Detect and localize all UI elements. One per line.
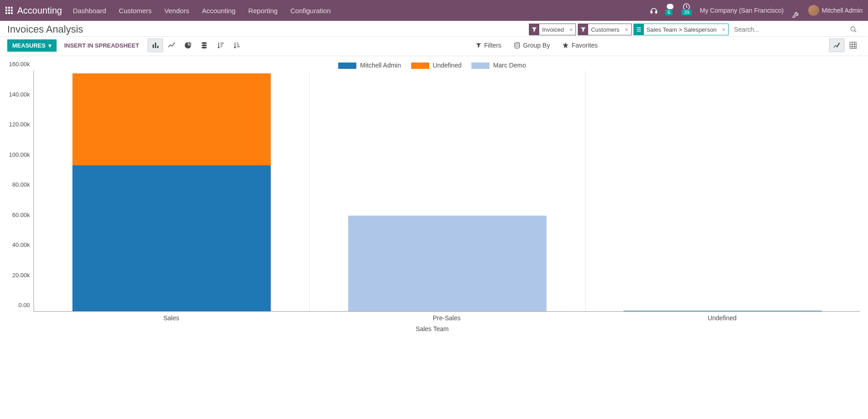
svg-rect-13 xyxy=(637,29,641,30)
measures-button[interactable]: MEASURES ▾ xyxy=(7,39,57,52)
bar-segment[interactable] xyxy=(348,216,547,311)
svg-point-21 xyxy=(201,47,207,48)
group-icon xyxy=(634,24,644,35)
groupby-dropdown[interactable]: Group By xyxy=(514,42,550,49)
svg-point-20 xyxy=(201,44,207,46)
svg-rect-8 xyxy=(11,12,13,14)
x-axis-title: Sales Team xyxy=(5,325,860,332)
graph-view-icon[interactable] xyxy=(829,39,844,52)
svg-rect-1 xyxy=(8,7,10,9)
filters-dropdown[interactable]: Filters xyxy=(476,42,501,49)
legend-item[interactable]: Undefined xyxy=(411,62,462,69)
bar-segment[interactable] xyxy=(623,311,822,312)
page-title: Invoices Analysis xyxy=(7,24,529,35)
x-tick-label: Sales xyxy=(163,314,179,322)
filter-icon xyxy=(529,24,539,35)
svg-rect-16 xyxy=(153,44,154,48)
close-icon[interactable]: × xyxy=(622,26,631,33)
chart-plot: 0.0020.00k40.00k60.00k80.00k100.00k120.0… xyxy=(34,71,860,324)
svg-rect-2 xyxy=(11,7,13,9)
menu-vendors[interactable]: Vendors xyxy=(164,7,189,14)
svg-rect-4 xyxy=(8,10,10,11)
avatar xyxy=(808,5,819,16)
app-brand[interactable]: Accounting xyxy=(17,5,62,16)
menu-configuration[interactable]: Configuration xyxy=(290,7,331,14)
chart-container: Mitchell Admin Undefined Marc Demo 0.002… xyxy=(0,56,868,335)
x-axis: SalesPre-SalesUndefined xyxy=(34,313,860,324)
support-icon[interactable] xyxy=(650,6,658,14)
company-switcher[interactable]: My Company (San Francisco) xyxy=(700,7,784,14)
facet-customers[interactable]: Customers × xyxy=(578,24,631,35)
search-icon[interactable] xyxy=(850,26,861,33)
chart-type-group xyxy=(148,39,245,52)
sort-asc-icon[interactable] xyxy=(229,39,245,52)
y-axis: 0.0020.00k40.00k60.00k80.00k100.00k120.0… xyxy=(5,71,34,312)
svg-rect-17 xyxy=(155,43,156,48)
search-bar: Invoiced × Customers × Sales Team > Sale… xyxy=(529,24,861,35)
pie-chart-icon[interactable] xyxy=(180,39,196,52)
line-chart-icon[interactable] xyxy=(164,39,179,52)
svg-rect-12 xyxy=(637,28,641,29)
sort-desc-icon[interactable] xyxy=(213,39,228,52)
close-icon[interactable]: × xyxy=(567,26,576,33)
menu-customers[interactable]: Customers xyxy=(119,7,152,14)
menu-accounting[interactable]: Accounting xyxy=(202,7,235,14)
debug-icon[interactable] xyxy=(792,2,800,19)
legend-item[interactable]: Mitchell Admin xyxy=(338,62,401,69)
activities-icon[interactable]: 39 xyxy=(682,3,691,18)
legend-swatch xyxy=(338,63,356,69)
messages-icon[interactable]: 6 xyxy=(666,3,674,18)
svg-point-22 xyxy=(515,43,520,44)
svg-point-15 xyxy=(851,27,855,31)
user-name: Mitchell Admin xyxy=(822,7,863,14)
svg-rect-5 xyxy=(11,10,13,11)
activities-badge: 39 xyxy=(681,9,691,15)
caret-down-icon: ▾ xyxy=(48,42,52,49)
menu-reporting[interactable]: Reporting xyxy=(248,7,278,14)
control-panel-top: Invoices Analysis Invoiced × Customers ×… xyxy=(0,21,868,37)
svg-rect-3 xyxy=(5,10,7,11)
svg-rect-0 xyxy=(5,7,7,9)
main-menu: Dashboard Customers Vendors Accounting R… xyxy=(73,7,650,14)
facet-invoiced[interactable]: Invoiced × xyxy=(529,24,576,35)
legend-swatch xyxy=(471,63,489,69)
pivot-view-icon[interactable] xyxy=(845,39,861,52)
control-panel-bottom: MEASURES ▾ INSERT IN SPREADSHEET Filters… xyxy=(0,37,868,56)
bar-chart-icon[interactable] xyxy=(148,39,163,52)
filter-icon xyxy=(578,24,588,35)
bar-segment[interactable] xyxy=(72,73,271,165)
plot-area xyxy=(34,71,860,312)
svg-rect-7 xyxy=(8,12,10,14)
x-tick-label: Undefined xyxy=(708,314,737,322)
x-tick-label: Pre-Sales xyxy=(433,314,460,322)
user-menu[interactable]: Mitchell Admin xyxy=(808,5,863,16)
svg-rect-9 xyxy=(651,11,652,14)
close-icon[interactable]: × xyxy=(719,26,728,33)
favorites-dropdown[interactable]: Favorites xyxy=(562,42,598,49)
insert-spreadsheet-button[interactable]: INSERT IN SPREADSHEET xyxy=(59,39,144,52)
chart-legend: Mitchell Admin Undefined Marc Demo xyxy=(5,62,860,69)
search-input[interactable] xyxy=(730,24,848,35)
view-switcher xyxy=(829,39,861,52)
legend-swatch xyxy=(411,63,429,69)
menu-dashboard[interactable]: Dashboard xyxy=(73,7,106,14)
svg-point-19 xyxy=(201,42,207,44)
legend-item[interactable]: Marc Demo xyxy=(471,62,526,69)
stacked-icon[interactable] xyxy=(197,39,212,52)
systray: 6 39 My Company (San Francisco) Mitchell… xyxy=(650,2,863,19)
svg-rect-10 xyxy=(656,11,657,14)
svg-rect-23 xyxy=(850,42,856,48)
messages-badge: 6 xyxy=(665,9,672,15)
svg-rect-6 xyxy=(5,12,7,14)
facet-group-sales-team[interactable]: Sales Team > Salesperson × xyxy=(633,24,729,35)
apps-icon[interactable] xyxy=(5,7,13,14)
svg-rect-18 xyxy=(157,46,158,48)
search-options: Filters Group By Favorites xyxy=(245,42,829,49)
top-nav: Accounting Dashboard Customers Vendors A… xyxy=(0,0,868,21)
bar-segment[interactable] xyxy=(72,165,271,312)
svg-rect-14 xyxy=(637,31,641,32)
